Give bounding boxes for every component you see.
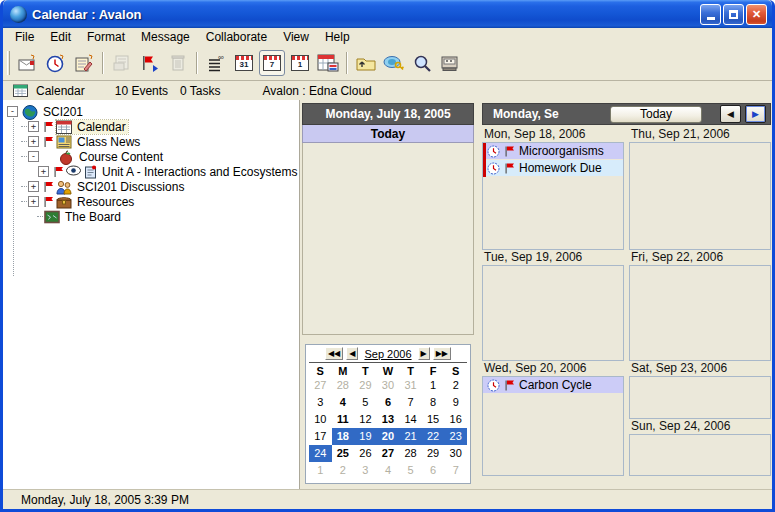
expand-icon[interactable]: + [38, 166, 49, 177]
tree-item-course-content[interactable]: - Course Content [21, 149, 299, 164]
mini-calendar-day[interactable]: 28 [332, 377, 355, 394]
event-item[interactable]: Carbon Cycle [483, 377, 623, 393]
tree-item-label[interactable]: Class News [75, 135, 142, 149]
menu-collaborate[interactable]: Collaborate [198, 29, 275, 45]
mini-calendar-day[interactable]: 21 [399, 428, 422, 445]
mini-calendar-day[interactable]: 31 [399, 377, 422, 394]
next-year-button[interactable]: ▶▶ [433, 347, 451, 360]
collapse-icon[interactable]: - [7, 106, 18, 117]
day-cell-wed[interactable]: Carbon Cycle [482, 376, 624, 476]
mini-calendar-day[interactable]: 1 [422, 377, 445, 394]
event-item[interactable]: Microorganisms [483, 143, 623, 159]
tree-item-label[interactable]: Resources [75, 195, 136, 209]
next-month-button[interactable]: ▶ [418, 347, 430, 360]
expand-icon[interactable]: + [28, 121, 39, 132]
prev-month-button[interactable]: ◀ [346, 347, 358, 360]
mini-calendar-day[interactable]: 19 [354, 428, 377, 445]
new-task-icon[interactable] [43, 50, 69, 76]
mini-calendar-day[interactable]: 5 [354, 394, 377, 411]
mini-calendar-day[interactable]: 16 [444, 411, 467, 428]
tree-item-label[interactable]: Calendar [75, 120, 128, 134]
mini-calendar-day[interactable]: 4 [377, 462, 400, 479]
day-view-icon[interactable]: 1 [287, 50, 313, 76]
mini-calendar-day[interactable]: 2 [444, 377, 467, 394]
new-event-icon[interactable] [15, 50, 41, 76]
mini-calendar-day[interactable]: 27 [309, 377, 332, 394]
search-icon[interactable] [409, 50, 435, 76]
week-view-icon[interactable]: 7 [259, 50, 285, 76]
mini-calendar-day[interactable]: 30 [377, 377, 400, 394]
mini-calendar-day[interactable]: 17 [309, 428, 332, 445]
menu-help[interactable]: Help [317, 29, 358, 45]
event-item[interactable]: Homework Due [483, 160, 623, 176]
mini-calendar-day[interactable]: 22 [422, 428, 445, 445]
mini-calendar-day[interactable]: 18 [332, 428, 355, 445]
menu-view[interactable]: View [275, 29, 317, 45]
today-button[interactable]: Today [610, 106, 702, 123]
tree-item-calendar[interactable]: + Calendar [21, 119, 299, 134]
day-cell-mon[interactable]: Microorganisms Homework Due [482, 142, 624, 250]
tree-item-the-board[interactable]: The Board [37, 209, 299, 224]
mini-calendar-day[interactable]: 3 [309, 394, 332, 411]
previous-week-button[interactable]: ◀ [720, 105, 741, 123]
mini-calendar-day[interactable]: 28 [399, 445, 422, 462]
mini-calendar-day[interactable]: 9 [444, 394, 467, 411]
new-note-icon[interactable] [71, 50, 97, 76]
mini-calendar-day[interactable]: 6 [422, 462, 445, 479]
menu-format[interactable]: Format [79, 29, 133, 45]
mini-calendar-day[interactable]: 10 [309, 411, 332, 428]
day-events-area[interactable] [302, 143, 474, 335]
tree-item-label[interactable]: SCI201 Discussions [75, 180, 186, 194]
tree-item-class-news[interactable]: + Class News [21, 134, 299, 149]
mini-calendar-day[interactable]: 27 [377, 445, 400, 462]
mini-calendar-day[interactable]: 7 [444, 462, 467, 479]
expand-icon[interactable]: + [28, 196, 39, 207]
close-button[interactable]: ✕ [746, 4, 767, 25]
flag-next-icon[interactable] [137, 50, 163, 76]
expand-icon[interactable]: + [28, 181, 39, 192]
tree-item-label[interactable]: Unit A - Interactions and Ecosystems [100, 165, 299, 179]
day-cell-fri[interactable] [629, 265, 771, 361]
tree-item-label[interactable]: Course Content [77, 150, 165, 164]
mini-calendar-day[interactable]: 26 [354, 445, 377, 462]
print-icon[interactable] [437, 50, 463, 76]
mini-calendar-day[interactable]: 8 [422, 394, 445, 411]
mini-calendar-day[interactable]: 13 [377, 411, 400, 428]
mini-calendar-day[interactable]: 15 [422, 411, 445, 428]
minimize-button[interactable] [700, 4, 721, 25]
prev-year-button[interactable]: ◀◀ [325, 347, 343, 360]
mini-calendar-day[interactable]: 14 [399, 411, 422, 428]
mini-calendar-day[interactable]: 12 [354, 411, 377, 428]
mini-calendar-day[interactable]: 29 [422, 445, 445, 462]
mini-calendar-day[interactable]: 23 [444, 428, 467, 445]
tree-item-discussions[interactable]: + SCI201 Discussions [21, 179, 299, 194]
day-cell-thu[interactable] [629, 142, 771, 250]
expand-icon[interactable]: + [28, 136, 39, 147]
mini-calendar-day[interactable]: 2 [332, 462, 355, 479]
day-cell-tue[interactable] [482, 265, 624, 361]
mini-calendar-day[interactable]: 7 [399, 394, 422, 411]
mini-calendar-day[interactable]: 24 [309, 445, 332, 462]
mini-calendar-day[interactable]: 25 [332, 445, 355, 462]
day-cell-sat[interactable] [629, 376, 771, 419]
mini-calendar-day[interactable]: 5 [399, 462, 422, 479]
menu-edit[interactable]: Edit [42, 29, 79, 45]
mini-calendar-day[interactable]: 3 [354, 462, 377, 479]
mini-calendar-day[interactable]: 20 [377, 428, 400, 445]
menu-file[interactable]: File [7, 29, 42, 45]
mini-calendar-day[interactable]: 11 [332, 411, 355, 428]
month-label[interactable]: Sep 2006 [361, 348, 414, 360]
mini-calendar-day[interactable]: 29 [354, 377, 377, 394]
tree-item-label[interactable]: SCI201 [41, 105, 85, 119]
tree-item-unit-a[interactable]: + Unit A - Interactions and Ecosystems [37, 164, 299, 179]
mini-calendar-day[interactable]: 30 [444, 445, 467, 462]
list-view-icon[interactable]: ∞ [203, 50, 229, 76]
split-view-icon[interactable] [315, 50, 341, 76]
parent-folder-icon[interactable] [353, 50, 379, 76]
collapse-icon[interactable]: - [28, 151, 39, 162]
day-cell-sun[interactable] [629, 434, 771, 476]
mini-calendar-day[interactable]: 1 [309, 462, 332, 479]
tree-item-label[interactable]: The Board [63, 210, 123, 224]
tree-item-resources[interactable]: + Resources [21, 194, 299, 209]
toolbar-grip[interactable] [7, 51, 10, 75]
